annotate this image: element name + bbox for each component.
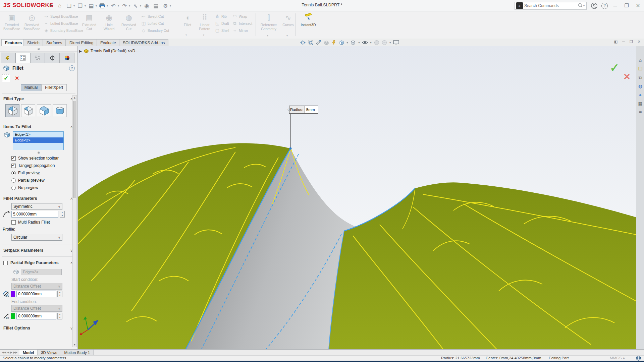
view-settings-icon[interactable] (393, 40, 399, 46)
full-preview-radio[interactable] (11, 171, 16, 175)
swept-boss-base-button[interactable]: ↝Swept Boss/Base (44, 13, 78, 19)
items-to-fillet-header[interactable]: Items To Fillet ∧ (0, 123, 77, 131)
draft-button[interactable]: ◺Draft (215, 20, 229, 26)
shell-button[interactable]: ▢Shell (215, 27, 229, 34)
design-library-icon[interactable]: ❒ (636, 64, 644, 73)
dock-pane-icon[interactable]: ◧ (614, 40, 618, 44)
revolved-cut-button[interactable]: ◍Revolved Cut (119, 13, 138, 37)
profile-dropdown[interactable]: Circular∨ (11, 234, 62, 241)
display-style-caret-icon[interactable]: ▼ (358, 42, 360, 44)
tab-evaluate[interactable]: Evaluate (97, 39, 120, 46)
minimize-window-icon[interactable]: ─ (611, 2, 619, 10)
tab-features[interactable]: Features (1, 39, 25, 46)
tab-first-icon[interactable]: ◀◀ (2, 351, 6, 354)
solidworks-resources-icon[interactable]: ⌂ (636, 56, 644, 64)
appearances-scenes-icon[interactable]: ● (636, 90, 644, 99)
extruded-cut-button[interactable]: ▤Extruded Cut (80, 13, 99, 37)
linear-pattern-caret-icon[interactable]: ▾ (203, 34, 204, 37)
hole-wizard-button[interactable]: ◉Hole Wizard (100, 13, 118, 37)
tab-dimxpert-manager[interactable] (45, 53, 60, 63)
search-icon[interactable] (578, 3, 583, 9)
panel-scrollbar[interactable]: ▲ ▼ (72, 95, 77, 347)
tab-prev-icon[interactable]: ◀ (7, 351, 9, 354)
edge-list[interactable]: Edge<1> Edge<2> (13, 131, 64, 150)
display-style-icon[interactable] (350, 40, 357, 46)
callout-value-input[interactable]: 5mm (305, 106, 318, 113)
radius-callout[interactable]: ◇ Radius: 5mm (289, 106, 318, 114)
lofted-boss-base-button[interactable]: ⌁Lofted Boss/Base (44, 20, 78, 26)
zoom-to-fit-icon[interactable] (300, 40, 306, 46)
partial-preview-row[interactable]: Partial preview (0, 177, 77, 184)
ok-button[interactable]: ✓ (2, 74, 10, 82)
tab-sketch[interactable]: Sketch (23, 39, 43, 46)
tab-direct-editing[interactable]: Direct Editing (66, 39, 97, 46)
symmetry-dropdown[interactable]: Symmetric∨ (11, 203, 62, 210)
face-fillet-button[interactable] (37, 104, 51, 117)
partial-preview-radio[interactable] (11, 178, 16, 183)
hide-show-items-caret-icon[interactable]: ▼ (370, 42, 372, 44)
list-resize-handle[interactable]: ◉ (0, 150, 77, 155)
edit-appearance-icon[interactable] (373, 40, 380, 46)
tab-property-manager[interactable] (15, 53, 30, 63)
partial-edge-parameters-header[interactable]: Partial Edge Parameters ∧ (0, 258, 77, 267)
partial-edge-field[interactable]: Edge<2> (21, 269, 62, 275)
swept-cut-button[interactable]: ↜Swept Cut (141, 13, 164, 19)
mirror-button[interactable]: ⇔Mirror (232, 27, 248, 34)
setback-parameters-header[interactable]: Setback Parameters ∨ (0, 246, 77, 255)
intersect-button[interactable]: ⧉Intersect (232, 20, 252, 26)
graphics-viewport[interactable]: ▶ Tennis Ball (Default) <<D... ◇ Radius:… (78, 46, 636, 349)
hide-show-items-icon[interactable] (362, 40, 368, 46)
tab-display-manager[interactable] (60, 53, 74, 63)
boundary-cut-button[interactable]: ◇Boundary Cut (141, 27, 169, 34)
fillet-parameters-header[interactable]: Fillet Parameters ∧ (0, 194, 77, 202)
constant-size-fillet-button[interactable] (5, 104, 19, 117)
reference-geometry-caret-icon[interactable]: ▾ (267, 34, 268, 37)
variable-size-fillet-button[interactable] (21, 104, 35, 117)
d1-input[interactable] (16, 291, 56, 297)
lofted-cut-button[interactable]: ◫Lofted Cut (141, 20, 164, 26)
d1-color-swatch[interactable] (11, 291, 15, 297)
extruded-boss-base-button[interactable]: ▣Extruded Boss/Base (2, 13, 21, 37)
curves-button[interactable]: ∿Curves (281, 13, 295, 37)
search-caret-icon[interactable]: ▾ (583, 4, 585, 7)
boundary-boss-base-button[interactable]: ◈Boundary Boss/Base (44, 27, 83, 34)
zoom-to-area-icon[interactable] (307, 40, 314, 46)
fillet-type-header[interactable]: Fillet Type ∧ (0, 95, 77, 103)
view-palette-icon[interactable]: ◍ (636, 82, 644, 90)
list-item-edge2[interactable]: Edge<2> (13, 137, 63, 143)
view-orientation-icon[interactable] (338, 40, 345, 46)
callout-handle-icon[interactable]: ◇ (287, 108, 290, 111)
tab-next-icon[interactable]: ▶ (10, 351, 12, 354)
revolved-boss-base-button[interactable]: ◎Revolved Boss/Base (22, 13, 42, 37)
reference-geometry-button[interactable]: ⫿Reference Geometry (258, 13, 280, 37)
d2-spinner[interactable]: ▲▼ (57, 313, 62, 319)
tab-configuration-manager[interactable] (30, 53, 45, 63)
cancel-button[interactable]: ✕ (15, 75, 19, 81)
start-condition-dropdown[interactable]: Distance Offset∨ (11, 283, 62, 290)
close-viewport-icon[interactable]: ✕ (638, 40, 641, 44)
end-condition-dropdown[interactable]: Distance Offset∨ (11, 305, 62, 312)
scrollbar-thumb[interactable] (73, 101, 76, 198)
partial-edge-checkbox[interactable] (3, 261, 8, 265)
tangent-propagation-row[interactable]: Tangent propagation (0, 162, 77, 169)
curves-caret-icon[interactable]: ▾ (286, 34, 288, 37)
fillet-caret-icon[interactable]: ▾ (185, 34, 187, 37)
tab-surfaces[interactable]: Surfaces (43, 39, 66, 46)
section-view-icon[interactable] (323, 40, 329, 46)
custom-properties-icon[interactable]: ▦ (636, 99, 644, 108)
file-explorer-icon[interactable]: ⧉ (636, 73, 644, 82)
view-orientation-caret-icon[interactable]: ▼ (346, 42, 348, 44)
list-item-edge1[interactable]: Edge<1> (13, 132, 63, 137)
fillet-button[interactable]: ◖Fillet (180, 13, 195, 37)
panel-help-icon[interactable]: ? (69, 65, 75, 71)
tab-3d-views[interactable]: 3D Views (38, 350, 61, 355)
close-window-icon[interactable]: ✕ (634, 2, 642, 10)
search-commands-box[interactable]: » ▾ (515, 2, 587, 10)
radius-spinner[interactable]: ▲▼ (60, 211, 65, 218)
radius-input[interactable] (11, 211, 58, 218)
tree-expand-icon[interactable]: ▶ (79, 49, 82, 53)
tab-model[interactable]: Model (19, 350, 38, 355)
tangent-propagation-checkbox[interactable] (11, 164, 16, 168)
no-preview-radio[interactable] (11, 186, 16, 190)
restore-window-icon[interactable]: ❐ (623, 2, 631, 10)
